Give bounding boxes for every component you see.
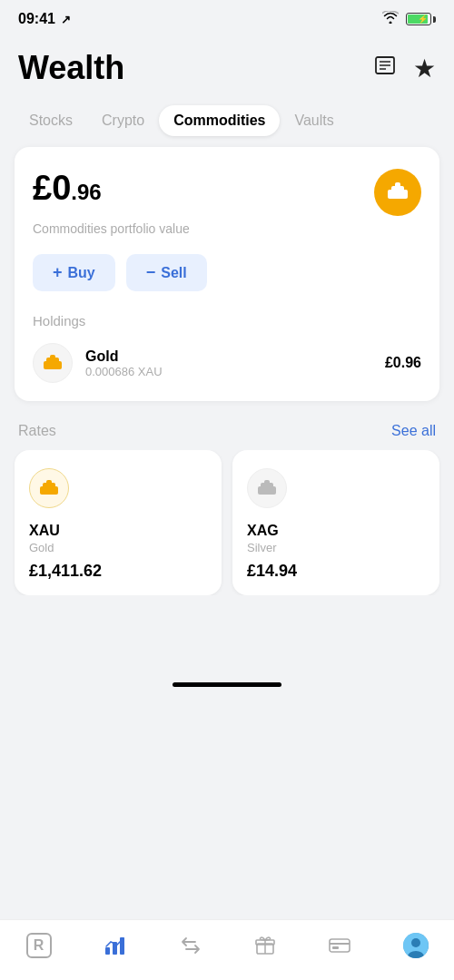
tab-commodities[interactable]: Commodities	[159, 105, 280, 136]
category-tabs: Stocks Crypto Commodities Vaults	[0, 98, 454, 147]
svg-rect-12	[46, 480, 52, 485]
status-icons: ⚡	[382, 11, 436, 27]
holding-name: Gold	[85, 348, 372, 365]
revolut-logo: R	[26, 933, 52, 958]
tab-stocks[interactable]: Stocks	[15, 105, 87, 136]
nav-cards-button[interactable]	[317, 933, 362, 958]
battery-icon: ⚡	[406, 13, 436, 25]
holding-row[interactable]: Gold 0.000686 XAU £0.96	[33, 343, 421, 383]
xau-ticker: XAU	[29, 523, 207, 539]
xau-price: £1,411.62	[29, 562, 207, 581]
holding-icon-gold	[33, 343, 73, 383]
page-title: Wealth	[18, 49, 124, 87]
svg-rect-6	[395, 182, 400, 188]
portfolio-header: £0.96	[33, 169, 421, 216]
currency-symbol: £	[33, 169, 52, 207]
svg-rect-21	[330, 939, 350, 952]
svg-point-25	[411, 938, 420, 947]
minus-icon: −	[146, 263, 156, 282]
sell-button[interactable]: − Sell	[126, 254, 207, 291]
favorites-button[interactable]: ★	[413, 54, 436, 83]
xag-name: Silver	[247, 541, 425, 554]
home-indicator	[173, 682, 281, 687]
rates-cards: XAU Gold £1,411.62 XAG Silver £14.94	[0, 450, 454, 595]
tab-vaults[interactable]: Vaults	[280, 105, 348, 136]
rate-card-xag[interactable]: XAG Silver £14.94	[232, 450, 439, 595]
action-buttons: + Buy − Sell	[33, 254, 421, 291]
time-display: 09:41	[18, 11, 55, 27]
nav-transfer-button[interactable]	[168, 932, 213, 959]
header-actions: ★	[373, 54, 436, 83]
portfolio-value-block: £0.96	[33, 169, 102, 208]
profile-avatar	[403, 933, 429, 958]
svg-rect-15	[264, 480, 270, 485]
xag-icon	[247, 468, 287, 508]
tab-crypto[interactable]: Crypto	[87, 105, 159, 136]
xag-price: £14.94	[247, 562, 425, 581]
xag-ticker: XAG	[247, 523, 425, 539]
xau-name: Gold	[29, 541, 207, 554]
plus-icon: +	[53, 263, 63, 282]
page-header: Wealth ★	[0, 34, 454, 98]
svg-rect-16	[105, 947, 110, 955]
holding-value: £0.96	[385, 355, 421, 371]
news-button[interactable]	[373, 54, 397, 83]
svg-rect-9	[50, 355, 55, 359]
location-arrow-icon: ↗	[61, 13, 71, 26]
value-whole: 0	[52, 169, 71, 207]
sell-label: Sell	[161, 265, 186, 281]
nav-profile-button[interactable]	[392, 929, 439, 962]
nav-gifts-button[interactable]	[243, 931, 287, 960]
buy-label: Buy	[68, 265, 95, 281]
rates-header: Rates See all	[0, 416, 454, 450]
rates-title: Rates	[18, 423, 56, 439]
holding-sub: 0.000686 XAU	[85, 365, 372, 378]
wifi-icon	[382, 11, 399, 27]
see-all-button[interactable]: See all	[391, 423, 436, 439]
portfolio-value: £0.96	[33, 169, 102, 208]
nav-home-button[interactable]: R	[15, 929, 63, 962]
portfolio-card: £0.96 Commodities portfolio value + Buy …	[15, 147, 439, 401]
nav-wealth-button[interactable]	[93, 931, 138, 960]
rate-card-xau[interactable]: XAU Gold £1,411.62	[15, 450, 222, 595]
status-time: 09:41 ↗	[18, 11, 71, 27]
portfolio-label: Commodities portfolio value	[33, 221, 421, 236]
holding-info: Gold 0.000686 XAU	[85, 348, 372, 378]
buy-button[interactable]: + Buy	[33, 254, 115, 291]
svg-rect-23	[332, 946, 339, 949]
xau-icon	[29, 468, 69, 508]
bottom-navigation: R	[0, 919, 454, 980]
status-bar: 09:41 ↗ ⚡	[0, 0, 454, 34]
commodity-gold-icon-circle	[374, 169, 421, 216]
value-decimal: .96	[71, 180, 101, 204]
holdings-title: Holdings	[33, 313, 421, 328]
